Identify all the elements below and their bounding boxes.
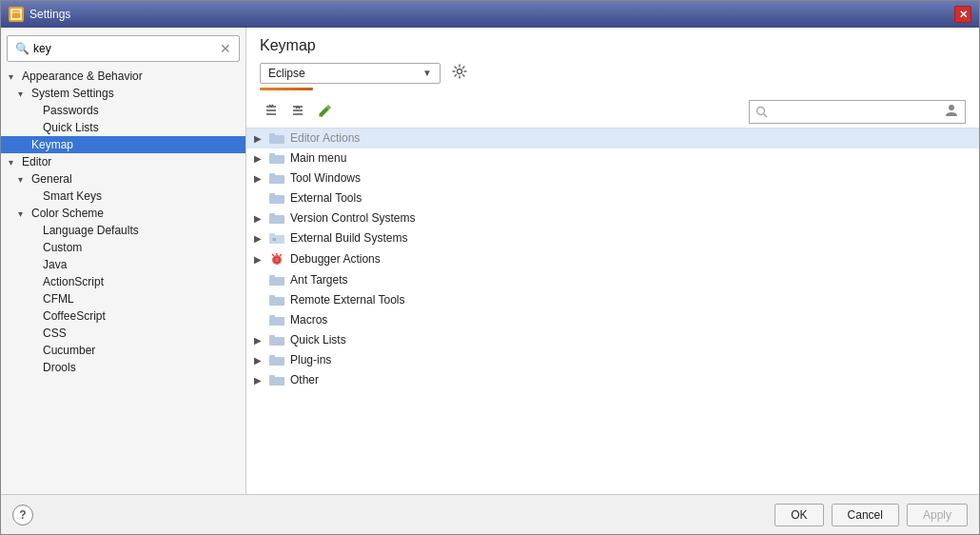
keymap-item-label: External Tools <box>290 191 362 205</box>
gear-button[interactable] <box>448 62 471 84</box>
keymap-item-debugger[interactable]: ▶ Debugger Actions <box>246 248 979 270</box>
keymap-item-label: Macros <box>290 313 327 327</box>
keymap-item-main-menu[interactable]: ▶ Main menu <box>246 149 979 168</box>
keymap-item-remote-external[interactable]: Remote External Tools <box>246 290 979 310</box>
keymap-item-editor-actions[interactable]: ▶ Editor Actions <box>246 129 979 149</box>
keymap-item-label: Other <box>290 373 319 386</box>
arrow-icon: ▶ <box>254 173 264 184</box>
apply-button[interactable]: Apply <box>907 504 968 526</box>
titlebar-left: Settings <box>9 7 70 22</box>
keymap-item-label: Quick Lists <box>290 333 346 347</box>
keymap-item-label: Remote External Tools <box>290 293 405 307</box>
active-indicator <box>260 88 313 90</box>
keymap-item-version-control[interactable]: ▶ Version Control Systems <box>246 208 979 228</box>
keymap-item-external-tools[interactable]: External Tools <box>246 188 979 208</box>
folder-icon <box>269 354 284 366</box>
keymap-item-plugins[interactable]: ▶ Plug-ins <box>246 350 979 370</box>
search-input[interactable] <box>33 42 216 55</box>
arrow-icon: ▶ <box>254 133 264 144</box>
arrow-icon: ▾ <box>9 71 18 82</box>
arrow-icon: ▾ <box>18 89 28 99</box>
sidebar-item-actionscript[interactable]: ActionScript <box>1 273 245 290</box>
keymap-item-label: Version Control Systems <box>290 211 415 225</box>
sidebar-item-label: CSS <box>43 327 67 340</box>
toolbar-search[interactable] <box>749 100 966 124</box>
svg-rect-17 <box>269 175 284 184</box>
sidebar-item-general[interactable]: ▾ General <box>1 170 245 188</box>
sidebar-item-custom[interactable]: Custom <box>1 239 245 256</box>
edit-button[interactable] <box>313 101 336 123</box>
keymap-dropdown[interactable]: Eclipse ▼ <box>260 63 441 84</box>
keymap-item-macros[interactable]: Macros <box>246 310 979 330</box>
arrow-icon: ▶ <box>254 233 264 244</box>
svg-rect-22 <box>269 213 275 216</box>
svg-rect-36 <box>269 315 275 318</box>
sidebar-item-keymap[interactable]: Keymap <box>1 136 245 153</box>
svg-point-10 <box>757 107 765 114</box>
sidebar-item-drools[interactable]: Drools <box>1 359 245 376</box>
sidebar-item-coffeescript[interactable]: CoffeeScript <box>1 307 245 325</box>
sidebar-item-smart-keys[interactable]: Smart Keys <box>1 188 245 205</box>
arrow-icon: ▾ <box>18 208 28 219</box>
keymap-item-label: External Build Systems <box>290 231 407 245</box>
keymap-item-ant-targets[interactable]: Ant Targets <box>246 270 979 290</box>
search-icon <box>755 106 769 119</box>
sidebar-item-java[interactable]: Java <box>1 256 245 273</box>
keymap-item-other[interactable]: ▶ Other <box>246 370 979 390</box>
sidebar-item-cfml[interactable]: CFML <box>1 290 245 307</box>
arrow-icon: ▶ <box>254 254 264 265</box>
keymap-item-external-build[interactable]: ▶ ≡ External Build Systems <box>246 228 979 248</box>
folder-icon <box>269 334 284 346</box>
folder-icon <box>269 132 284 144</box>
arrow-icon: ▶ <box>254 153 264 164</box>
arrow-icon: ▶ <box>254 335 264 346</box>
clear-search-icon[interactable]: ✕ <box>220 42 231 55</box>
sidebar-item-system-settings[interactable]: ▾ System Settings <box>1 85 245 102</box>
sidebar-item-css[interactable]: CSS <box>1 325 245 342</box>
arrow-icon: ▾ <box>9 157 18 168</box>
sidebar-item-color-scheme[interactable]: ▾ Color Scheme <box>1 205 245 222</box>
cancel-button[interactable]: Cancel <box>832 504 899 526</box>
svg-line-29 <box>272 254 274 256</box>
keymap-item-tool-windows[interactable]: ▶ Tool Windows <box>246 168 979 188</box>
sidebar-item-label: Java <box>43 258 67 271</box>
help-button[interactable]: ? <box>12 505 33 525</box>
expand-all-button[interactable] <box>260 101 283 123</box>
sidebar-item-editor[interactable]: ▾ Editor <box>1 153 245 170</box>
sidebar-item-passwords[interactable]: Passwords <box>1 102 245 119</box>
sidebar-item-language-defaults[interactable]: Language Defaults <box>1 222 245 239</box>
sidebar-item-label: Custom <box>43 241 82 254</box>
svg-point-2 <box>458 69 462 74</box>
svg-rect-33 <box>269 297 284 306</box>
arrow-icon: ▶ <box>254 213 264 224</box>
sidebar-item-cucumber[interactable]: Cucumber <box>1 342 245 359</box>
sidebar-item-label: General <box>31 172 72 186</box>
action-buttons: OK Cancel Apply <box>774 504 968 526</box>
keymap-item-quick-lists[interactable]: ▶ Quick Lists <box>246 330 979 350</box>
keymap-search-input[interactable] <box>769 106 940 119</box>
svg-rect-20 <box>269 193 275 196</box>
keymap-controls: Eclipse ▼ <box>260 62 966 84</box>
keymap-item-label: Debugger Actions <box>290 252 381 266</box>
search-box[interactable]: 🔍 ✕ <box>7 35 240 62</box>
sidebar-tree: ▾ Appearance & Behavior ▾ System Setting… <box>1 68 245 376</box>
svg-rect-37 <box>269 337 284 346</box>
sidebar-item-appearance[interactable]: ▾ Appearance & Behavior <box>1 68 245 85</box>
sidebar-item-label: CoffeeScript <box>43 309 106 323</box>
close-button[interactable]: ✕ <box>954 6 971 23</box>
svg-rect-0 <box>11 10 21 19</box>
ok-button[interactable]: OK <box>774 504 823 526</box>
toolbar-row <box>246 96 979 129</box>
collapse-all-button[interactable] <box>286 101 309 123</box>
sidebar-item-label: Passwords <box>43 104 99 117</box>
svg-rect-16 <box>269 153 275 156</box>
sidebar-item-label: ActionScript <box>43 275 104 288</box>
titlebar: Settings ✕ <box>1 1 979 28</box>
keymap-item-label: Ant Targets <box>290 273 347 287</box>
sidebar-item-quick-lists[interactable]: Quick Lists <box>1 119 245 136</box>
toolbar-left <box>260 101 336 123</box>
sidebar-item-label: Drools <box>43 361 76 374</box>
sidebar-item-label: Appearance & Behavior <box>22 69 143 83</box>
arrow-icon: ▶ <box>254 355 264 366</box>
svg-rect-13 <box>269 135 284 144</box>
